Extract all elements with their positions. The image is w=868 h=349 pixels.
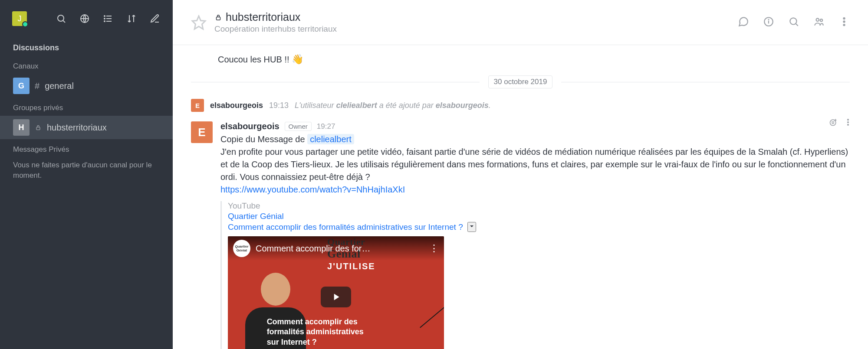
svg-point-20 xyxy=(843,21,845,22)
svg-point-24 xyxy=(833,122,834,122)
workspace-logo[interactable]: J xyxy=(12,11,27,26)
svg-point-15 xyxy=(790,18,796,24)
sidebar-header: J xyxy=(0,0,173,37)
svg-point-6 xyxy=(104,16,105,16)
play-button-icon[interactable] xyxy=(321,287,351,307)
system-author[interactable]: elsabourgeois xyxy=(210,101,263,110)
svg-point-14 xyxy=(768,20,769,20)
svg-point-17 xyxy=(816,18,819,21)
svg-point-21 xyxy=(843,24,845,26)
youtube-link[interactable]: https://www.youtube.com/watch?v=NhHajhIa… xyxy=(220,185,405,194)
channel-item-hubsterritoriaux[interactable]: H hubsterritoriaux xyxy=(0,116,173,139)
compose-icon[interactable] xyxy=(149,13,161,24)
message-body: Copie du Message de cleliealbert J'en pr… xyxy=(220,133,850,196)
video-caption: Comment accomplir des formalités adminis… xyxy=(267,317,364,347)
video-overlay-title: Comment accomplir des for… xyxy=(256,244,424,254)
link-embed: YouTube Quartier Génial Comment accompli… xyxy=(220,201,498,349)
hash-icon: # xyxy=(35,81,39,91)
svg-point-18 xyxy=(820,19,822,21)
sidebar: J Discussions Canaux G # general Groupes… xyxy=(0,0,173,349)
svg-point-23 xyxy=(832,122,832,122)
svg-marker-10 xyxy=(192,16,205,29)
svg-point-27 xyxy=(848,119,849,121)
svg-line-1 xyxy=(63,21,66,23)
globe-icon[interactable] xyxy=(79,13,90,24)
svg-line-16 xyxy=(796,24,798,26)
collapse-caret-icon[interactable] xyxy=(467,222,476,232)
system-message: E elsabourgeois 19:13 L'utilisateur clel… xyxy=(191,95,850,115)
channel-title: hubsterritoriaux xyxy=(226,11,300,23)
sort-icon[interactable] xyxy=(126,13,137,24)
list-icon[interactable] xyxy=(102,13,114,24)
svg-rect-9 xyxy=(36,127,40,130)
avatar[interactable]: E xyxy=(191,121,213,143)
system-text: L'utilisateur cleliealbert a été ajouté … xyxy=(295,101,491,110)
svg-rect-11 xyxy=(217,17,220,20)
channel-avatar-icon: Quartier Génial xyxy=(233,240,250,257)
role-badge: Owner xyxy=(285,122,312,131)
search-icon[interactable] xyxy=(788,16,799,29)
section-discussions-title: Discussions xyxy=(0,37,173,56)
threads-icon[interactable] xyxy=(738,16,749,29)
channel-avatar: G xyxy=(13,78,30,94)
empty-dm-text: Vous ne faites partie d'aucun canal pour… xyxy=(0,157,173,183)
svg-point-22 xyxy=(830,120,836,125)
user-mention[interactable]: cleliealbert xyxy=(307,134,354,144)
favorite-star-icon[interactable] xyxy=(191,15,207,30)
embed-title[interactable]: Comment accomplir des formalités adminis… xyxy=(228,222,463,232)
system-time: 19:13 xyxy=(269,101,289,110)
video-thumbnail[interactable]: Quartier Génial J'UTILISE Comment accomp… xyxy=(228,236,444,349)
embed-provider: YouTube xyxy=(228,201,498,211)
svg-point-29 xyxy=(848,124,849,126)
channel-subtitle: Coopération interhubs territoriaux xyxy=(214,24,337,34)
section-dm-title: Messages Privés xyxy=(0,139,173,157)
message-actions xyxy=(829,118,852,128)
wave-emoji: 👋 xyxy=(292,54,303,65)
svg-point-19 xyxy=(843,18,845,19)
channel-item-general[interactable]: G # general xyxy=(0,74,173,98)
search-icon[interactable] xyxy=(56,13,67,24)
lock-icon xyxy=(214,13,222,21)
message: E elsabourgeois Owner 19:27 Copie du Mes… xyxy=(191,115,850,349)
channel-title-row: hubsterritoriaux xyxy=(214,11,337,23)
svg-point-8 xyxy=(104,21,105,22)
svg-point-0 xyxy=(58,15,64,21)
channel-header: hubsterritoriaux Coopération interhubs t… xyxy=(173,0,868,45)
date-divider: 30 octobre 2019 xyxy=(191,75,850,88)
message-list: Coucou les HUB !! 👋 30 octobre 2019 E el… xyxy=(173,45,868,349)
lock-icon xyxy=(35,124,42,131)
video-overlay-header: Quartier Génial Comment accomplir des fo… xyxy=(228,236,444,261)
kebab-menu-icon[interactable] xyxy=(838,16,850,29)
svg-point-7 xyxy=(104,18,105,19)
message-time: 19:27 xyxy=(317,122,335,131)
message-kebab-icon[interactable] xyxy=(844,118,852,128)
channel-name: general xyxy=(45,81,74,91)
main-area: hubsterritoriaux Coopération interhubs t… xyxy=(173,0,868,349)
date-label: 30 octobre 2019 xyxy=(488,75,553,88)
section-private-title: Groupes privés xyxy=(0,98,173,116)
message-text: Coucou les HUB !! 👋 xyxy=(191,50,850,68)
avatar[interactable]: E xyxy=(191,99,204,112)
message-author[interactable]: elsabourgeois xyxy=(220,121,279,131)
channel-avatar: H xyxy=(13,119,30,136)
add-reaction-icon[interactable] xyxy=(829,118,838,128)
section-channels-title: Canaux xyxy=(0,56,173,74)
video-kebab-icon[interactable]: ⋮ xyxy=(429,243,439,254)
embed-author[interactable]: Quartier Génial xyxy=(228,212,498,221)
info-icon[interactable] xyxy=(763,16,774,29)
svg-point-28 xyxy=(848,122,849,123)
members-icon[interactable] xyxy=(813,16,825,29)
channel-name: hubsterritoriaux xyxy=(47,123,107,133)
